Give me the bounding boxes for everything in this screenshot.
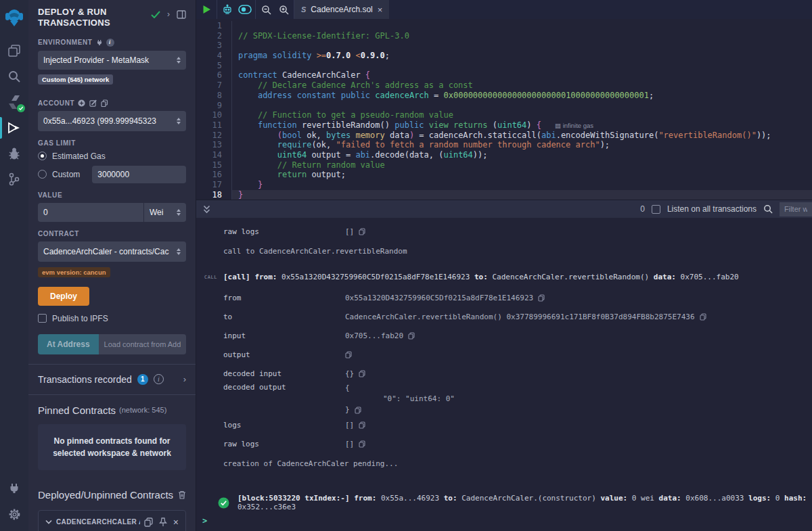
terminal-filter-input[interactable] (780, 202, 812, 216)
git-icon[interactable] (0, 166, 28, 192)
line-number: 10 (196, 110, 231, 120)
terminal-multiline-row: decoded output{ "0": "uint64: 0"} (196, 383, 812, 415)
call-tag: call (204, 275, 217, 280)
terminal-output[interactable]: raw logs[]call to CadenceArchCaler.rever… (196, 218, 812, 531)
value-label: VALUE (38, 191, 62, 199)
line-number: 1 (196, 21, 231, 31)
terminal-text-row: call to CadenceArchCaler.revertibleRando… (196, 247, 812, 256)
run-script-icon[interactable] (198, 0, 215, 19)
environment-label: ENVIRONMENT (38, 39, 93, 46)
code-line[interactable]: function revertibleRandom() public view … (231, 120, 812, 131)
code-line[interactable]: // Return random value (231, 160, 812, 170)
plug-icon[interactable] (96, 39, 103, 46)
copy-account-icon[interactable] (101, 99, 108, 107)
line-number: 14 (196, 150, 231, 160)
line-number: 8 (196, 91, 231, 101)
contract-label: CONTRACT (38, 230, 79, 237)
copy-icon[interactable] (359, 440, 365, 448)
code-lines: // SPDX-License-Identifier: GPL-3.0pragm… (231, 21, 812, 200)
transactions-expand-chevron-icon[interactable]: › (183, 374, 186, 384)
code-line[interactable] (231, 101, 812, 111)
collapse-chevron-icon[interactable] (45, 520, 52, 524)
listen-all-checkbox[interactable] (652, 205, 660, 214)
terminal-row-value: CadenceArchCaler.revertibleRandom() 0x37… (345, 313, 706, 321)
remix-logo-icon[interactable] (4, 7, 24, 28)
copy-address-icon[interactable] (144, 517, 153, 527)
code-line[interactable]: address constant public cadenceArch = 0x… (231, 91, 812, 101)
publish-ipfs-checkbox[interactable] (38, 314, 47, 323)
terminal-call-row[interactable]: call[call] from: 0x55a1320D432759960C5Df… (196, 273, 812, 281)
environment-select[interactable]: Injected Provider - MetaMask (38, 51, 186, 70)
compiled-check-icon (151, 11, 160, 18)
code-line[interactable]: pragma solidity >=0.7.0 <0.9.0; (231, 51, 812, 61)
terminal-row-label: decoded output (223, 383, 345, 415)
remove-contract-icon[interactable]: × (173, 517, 179, 528)
tab-close-icon[interactable]: × (378, 5, 383, 15)
account-select[interactable]: 0x55a...46923 (999.999945323 (38, 111, 186, 131)
terminal-kv-row: logs[] (196, 415, 812, 434)
line-number: 3 (196, 41, 231, 51)
line-number: 6 (196, 70, 231, 80)
plugin-manager-icon[interactable] (0, 476, 28, 501)
terminal-kv-row: input0x705...fab20 (196, 326, 812, 345)
code-line[interactable]: } (231, 180, 812, 190)
copy-icon[interactable] (359, 370, 365, 377)
code-line[interactable] (231, 61, 812, 71)
zoom-in-icon[interactable] (275, 0, 292, 19)
terminal-block-row[interactable]: [block:5033220 txIndex:-] from: 0x55a...… (196, 494, 812, 511)
code-line[interactable] (231, 21, 812, 31)
terminal-prompt[interactable]: > (196, 516, 812, 531)
add-account-icon[interactable] (78, 99, 85, 107)
code-line[interactable]: require(ok, "failed to fetch a random nu… (231, 140, 812, 150)
copy-icon[interactable] (359, 228, 365, 235)
file-explorer-icon[interactable] (0, 38, 28, 64)
deploy-run-icon[interactable] (0, 115, 28, 141)
copy-icon[interactable] (538, 294, 545, 302)
pin-contract-icon[interactable] (159, 517, 167, 527)
terminal-header: 0 Listen on all transactions (196, 200, 812, 218)
custom-gas-input[interactable] (92, 166, 186, 183)
solidity-compiler-icon[interactable] (0, 89, 28, 115)
transactions-info-icon[interactable]: i (154, 374, 164, 384)
code-line[interactable]: // SPDX-License-Identifier: GPL-3.0 (231, 31, 812, 41)
code-line[interactable]: (bool ok, bytes memory data) = cadenceAr… (231, 131, 812, 141)
estimated-gas-radio[interactable] (38, 152, 47, 160)
collapse-terminal-icon[interactable] (203, 205, 210, 214)
at-address-input[interactable] (99, 334, 186, 354)
copy-icon[interactable] (408, 332, 415, 340)
code-line[interactable]: } (231, 190, 812, 200)
code-line[interactable]: return output; (231, 170, 812, 180)
ai-assistant-robot-icon[interactable] (219, 0, 236, 19)
custom-gas-label: Custom (52, 170, 80, 179)
copy-icon[interactable] (345, 351, 352, 359)
code-line[interactable]: // Declare Cadence Arch's address as a c… (231, 80, 812, 91)
copy-icon[interactable] (359, 421, 365, 429)
settings-gear-icon[interactable] (0, 501, 28, 527)
terminal-search-icon[interactable] (763, 204, 773, 214)
layout-panel-icon[interactable] (177, 10, 186, 19)
pin-panel-chevron-icon[interactable]: › (167, 9, 170, 19)
zoom-out-icon[interactable] (257, 0, 275, 19)
code-line[interactable]: contract CadenceArchCaler { (231, 70, 812, 80)
custom-gas-radio[interactable] (38, 170, 47, 179)
search-icon[interactable] (0, 64, 28, 89)
copy-icon[interactable] (700, 313, 706, 321)
edit-account-icon[interactable] (89, 99, 97, 107)
code-line[interactable]: // Function to get a pseudo-random value (231, 110, 812, 120)
debugger-icon[interactable] (0, 141, 28, 166)
tab-cadencearch-sol[interactable]: S CadenceArch.sol × (294, 0, 389, 19)
line-number: 13 (196, 140, 231, 150)
code-editor[interactable]: 123456789101112131415161718 // SPDX-Lice… (196, 19, 812, 200)
trash-icon[interactable] (178, 490, 186, 499)
value-input[interactable] (38, 203, 143, 222)
estimated-gas-label: Estimated Gas (52, 152, 106, 161)
code-line[interactable]: uint64 output = abi.decode(data, (uint64… (231, 150, 812, 160)
copy-icon[interactable] (355, 407, 361, 414)
contract-select[interactable]: CadenceArchCaler - contracts/Cac (38, 241, 186, 262)
deploy-button[interactable]: Deploy (38, 287, 89, 306)
code-line[interactable] (231, 41, 812, 51)
ai-toggle-icon[interactable] (236, 0, 254, 19)
at-address-button[interactable]: At Address (38, 334, 99, 354)
environment-info-icon[interactable]: i (106, 39, 114, 47)
value-unit-select[interactable]: Wei (144, 203, 186, 222)
